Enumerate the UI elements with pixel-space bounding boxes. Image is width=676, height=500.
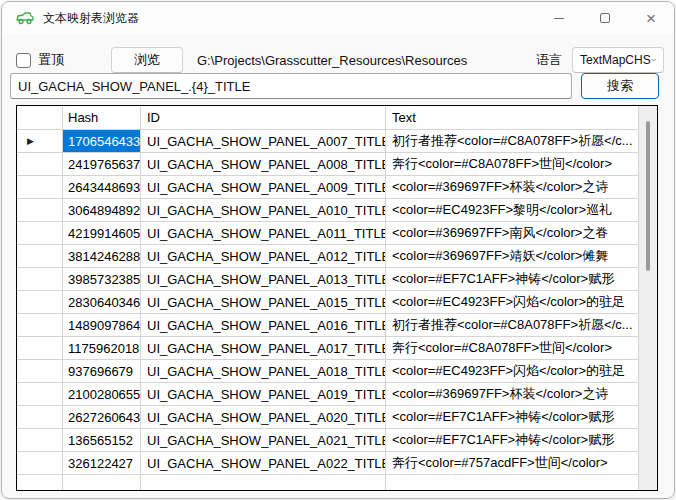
row-header-cell[interactable]: ▶ (17, 130, 63, 153)
id-cell[interactable]: UI_GACHA_SHOW_PANEL_A009_TITLE (141, 176, 386, 199)
hash-cell[interactable]: 1489097864 (63, 314, 141, 337)
window-title: 文本映射表浏览器 (43, 10, 139, 27)
row-header-cell[interactable]: ▶ (17, 337, 63, 360)
toolbar: 置顶 浏览 G:\Projects\Grasscutter_Resources\… (16, 47, 664, 73)
row-header-cell[interactable]: ▶ (17, 429, 63, 452)
language-label: 语言 (536, 51, 562, 69)
text-cell[interactable]: <color=#369697FF>杯装</color>之诗 (386, 383, 639, 406)
title-bar[interactable]: 文本映射表浏览器 × (2, 2, 674, 34)
id-cell[interactable]: UI_GACHA_SHOW_PANEL_A018_TITLE (141, 360, 386, 383)
textmap-data-grid: Hash ID Text ▶ 1706546433 UI_GACHA_SHOW_… (16, 105, 658, 491)
table-row: ▶ 1706546433 UI_GACHA_SHOW_PANEL_A007_TI… (17, 130, 657, 153)
hash-cell[interactable]: 4219914605 (63, 222, 141, 245)
row-header-cell[interactable]: ▶ (17, 406, 63, 429)
hash-cell[interactable]: 2100280655 (63, 383, 141, 406)
text-cell[interactable] (386, 475, 639, 491)
id-cell[interactable]: UI_GACHA_SHOW_PANEL_A015_TITLE (141, 291, 386, 314)
id-cell[interactable]: UI_GACHA_SHOW_PANEL_A008_TITLE (141, 153, 386, 176)
hash-cell[interactable]: 3064894892 (63, 199, 141, 222)
table-row: ▶ 2830640346 UI_GACHA_SHOW_PANEL_A015_TI… (17, 291, 657, 314)
table-row: ▶ 136565152 UI_GACHA_SHOW_PANEL_A021_TIT… (17, 429, 657, 452)
table-row: ▶ 326122427 UI_GACHA_SHOW_PANEL_A022_TIT… (17, 452, 657, 475)
hash-cell[interactable]: 2419765637 (63, 153, 141, 176)
id-cell[interactable] (141, 475, 386, 491)
text-cell[interactable]: <color=#EC4923FF>闪焰</color>的驻足 (386, 360, 639, 383)
browse-button[interactable]: 浏览 (111, 47, 183, 73)
text-cell[interactable]: <color=#369697FF>靖妖</color>傩舞 (386, 245, 639, 268)
resources-path-label: G:\Projects\Grasscutter_Resources\Resour… (197, 53, 467, 68)
id-cell[interactable]: UI_GACHA_SHOW_PANEL_A021_TITLE (141, 429, 386, 452)
language-select[interactable]: TextMapCHS (572, 47, 664, 73)
hash-cell[interactable]: 1706546433 (63, 130, 141, 153)
row-header-column[interactable] (17, 106, 63, 130)
id-cell[interactable]: UI_GACHA_SHOW_PANEL_A017_TITLE (141, 337, 386, 360)
id-cell[interactable]: UI_GACHA_SHOW_PANEL_A016_TITLE (141, 314, 386, 337)
minimize-icon (554, 18, 564, 19)
column-header-text[interactable]: Text (386, 106, 639, 130)
maximize-button[interactable] (582, 2, 628, 34)
id-cell[interactable]: UI_GACHA_SHOW_PANEL_A022_TITLE (141, 452, 386, 475)
close-button[interactable]: × (628, 2, 674, 34)
text-cell[interactable]: 初行者推荐<color=#C8A078FF>祈愿</c... (386, 314, 639, 337)
row-header-cell[interactable]: ▶ (17, 475, 63, 491)
text-cell[interactable]: 奔行<color=#C8A078FF>世间</color> (386, 153, 639, 176)
text-cell[interactable]: <color=#369697FF>杯装</color>之诗 (386, 176, 639, 199)
id-cell[interactable]: UI_GACHA_SHOW_PANEL_A012_TITLE (141, 245, 386, 268)
scrollbar-thumb[interactable] (646, 121, 650, 271)
text-cell[interactable]: <color=#369697FF>南风</color>之眷 (386, 222, 639, 245)
hash-cell[interactable]: 2830640346 (63, 291, 141, 314)
id-cell[interactable]: UI_GACHA_SHOW_PANEL_A013_TITLE (141, 268, 386, 291)
text-cell[interactable]: <color=#EC4923FF>闪焰</color>的驻足 (386, 291, 639, 314)
table-row: ▶ 3985732385 UI_GACHA_SHOW_PANEL_A013_TI… (17, 268, 657, 291)
hash-cell[interactable]: 326122427 (63, 452, 141, 475)
row-header-cell[interactable]: ▶ (17, 199, 63, 222)
hash-cell[interactable]: 3814246288 (63, 245, 141, 268)
text-cell[interactable]: <color=#EF7C1AFF>神铸</color>赋形 (386, 429, 639, 452)
column-header-id[interactable]: ID (141, 106, 386, 130)
hash-cell[interactable]: 1175962018 (63, 337, 141, 360)
search-input[interactable] (10, 73, 572, 99)
grid-header-row: Hash ID Text (17, 106, 657, 130)
table-row: ▶ 4219914605 UI_GACHA_SHOW_PANEL_A011_TI… (17, 222, 657, 245)
table-row: ▶ 3814246288 UI_GACHA_SHOW_PANEL_A012_TI… (17, 245, 657, 268)
minimize-button[interactable] (536, 2, 582, 34)
row-header-cell[interactable]: ▶ (17, 360, 63, 383)
vertical-scrollbar[interactable] (639, 106, 657, 490)
current-row-arrow-icon: ▶ (27, 136, 34, 146)
search-row: 搜索 (10, 73, 659, 99)
hash-cell[interactable]: 2643448693 (63, 176, 141, 199)
row-header-cell[interactable]: ▶ (17, 176, 63, 199)
hash-cell[interactable]: 3985732385 (63, 268, 141, 291)
row-header-cell[interactable]: ▶ (17, 314, 63, 337)
text-cell[interactable]: 奔行<color=#757acdFF>世间</color> (386, 452, 639, 475)
text-cell[interactable]: 奔行<color=#C8A078FF>世间</color> (386, 337, 639, 360)
row-header-cell[interactable]: ▶ (17, 245, 63, 268)
hash-cell[interactable]: 2627260643 (63, 406, 141, 429)
row-header-cell[interactable]: ▶ (17, 383, 63, 406)
id-cell[interactable]: UI_GACHA_SHOW_PANEL_A011_TITLE (141, 222, 386, 245)
maximize-icon (600, 13, 610, 23)
table-row: ▶ 2643448693 UI_GACHA_SHOW_PANEL_A009_TI… (17, 176, 657, 199)
row-header-cell[interactable]: ▶ (17, 291, 63, 314)
pin-on-top-checkbox[interactable] (16, 53, 31, 68)
hash-cell[interactable]: 136565152 (63, 429, 141, 452)
row-header-cell[interactable]: ▶ (17, 153, 63, 176)
row-header-cell[interactable]: ▶ (17, 222, 63, 245)
grid-body: ▶ 1706546433 UI_GACHA_SHOW_PANEL_A007_TI… (17, 130, 657, 491)
id-cell[interactable]: UI_GACHA_SHOW_PANEL_A019_TITLE (141, 383, 386, 406)
hash-cell[interactable] (63, 475, 141, 491)
id-cell[interactable]: UI_GACHA_SHOW_PANEL_A007_TITLE (141, 130, 386, 153)
text-cell[interactable]: <color=#EF7C1AFF>神铸</color>赋形 (386, 406, 639, 429)
text-cell[interactable]: <color=#EF7C1AFF>神铸</color>赋形 (386, 268, 639, 291)
column-header-hash[interactable]: Hash (63, 106, 141, 130)
search-button[interactable]: 搜索 (581, 73, 659, 99)
text-cell[interactable]: 初行者推荐<color=#C8A078FF>祈愿</c... (386, 130, 639, 153)
id-cell[interactable]: UI_GACHA_SHOW_PANEL_A020_TITLE (141, 406, 386, 429)
table-row: ▶ 2627260643 UI_GACHA_SHOW_PANEL_A020_TI… (17, 406, 657, 429)
table-row: ▶ 2419765637 UI_GACHA_SHOW_PANEL_A008_TI… (17, 153, 657, 176)
row-header-cell[interactable]: ▶ (17, 268, 63, 291)
hash-cell[interactable]: 937696679 (63, 360, 141, 383)
row-header-cell[interactable]: ▶ (17, 452, 63, 475)
id-cell[interactable]: UI_GACHA_SHOW_PANEL_A010_TITLE (141, 199, 386, 222)
text-cell[interactable]: <color=#EC4923FF>黎明</color>巡礼 (386, 199, 639, 222)
